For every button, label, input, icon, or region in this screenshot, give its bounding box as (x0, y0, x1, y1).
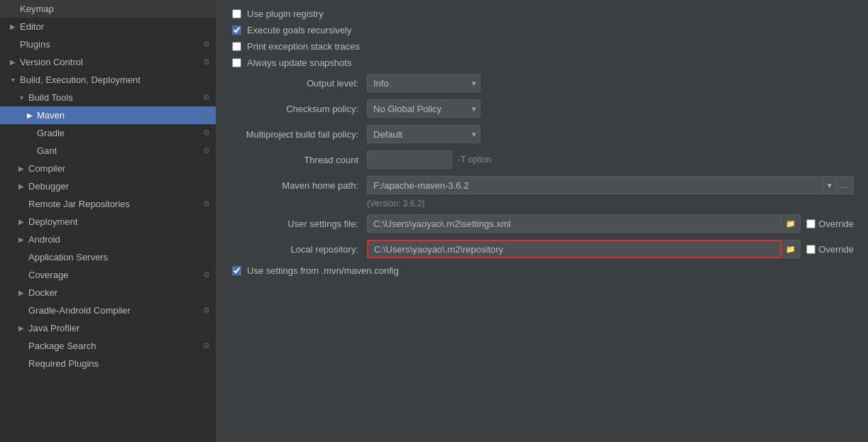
multiproject-policy-select[interactable]: DefaultFail FastFail At EndNever Fail (367, 125, 480, 143)
settings-icon: ⚙ (203, 199, 210, 209)
sidebar-item-deployment[interactable]: ▶Deployment (0, 213, 216, 231)
sidebar-item-label: Required Plugins (28, 358, 210, 369)
chevron-icon: ▶ (9, 23, 17, 31)
sidebar-item-docker[interactable]: ▶Docker (0, 284, 216, 302)
always-update-snapshots-label: Always update snapshots (247, 57, 351, 68)
sidebar-item-label: Docker (28, 287, 210, 298)
output-level-label: Output level: (231, 78, 358, 89)
sidebar-item-gant[interactable]: Gant⚙ (0, 142, 216, 160)
chevron-icon: ▶ (17, 324, 26, 332)
output-level-select[interactable]: InfoDebugWarningError (367, 74, 480, 92)
t-option-label: -T option (458, 155, 491, 165)
chevron-icon: ▶ (26, 111, 34, 119)
sidebar: Keymap▶EditorPlugins⚙▶Version Control⚙▾B… (0, 0, 216, 442)
maven-home-path-wrapper: ▾ … (367, 176, 854, 194)
thread-count-label: Thread count (231, 155, 358, 165)
execute-goals-recursively-checkbox[interactable] (232, 26, 241, 35)
use-settings-checkbox[interactable] (232, 266, 241, 275)
checksum-policy-label: Checksum policy: (231, 104, 358, 114)
maven-home-path-dropdown-btn[interactable]: ▾ (823, 176, 837, 194)
chevron-icon: ▶ (9, 58, 17, 66)
multiproject-policy-label: Multiproject build fail policy: (231, 129, 358, 140)
sidebar-item-java-profiler[interactable]: ▶Java Profiler (0, 319, 216, 337)
local-repository-input[interactable] (367, 240, 781, 258)
checkbox-row-execute-goals-recursively: Execute goals recursively (232, 25, 854, 35)
sidebar-item-label: Application Servers (28, 252, 210, 263)
chevron-icon: ▶ (17, 236, 26, 243)
sidebar-item-debugger[interactable]: ▶Debugger (0, 177, 216, 195)
local-repository-override-checkbox[interactable] (806, 245, 815, 254)
multiproject-policy-row: Multiproject build fail policy: DefaultF… (231, 125, 854, 143)
checksum-policy-row: Checksum policy: No Global PolicyStrictW… (231, 99, 854, 118)
sidebar-item-label: Version Control (20, 57, 200, 67)
sidebar-item-label: Build Tools (28, 92, 200, 103)
use-plugin-registry-checkbox[interactable] (232, 9, 241, 18)
settings-icon: ⚙ (203, 306, 210, 315)
output-level-select-wrapper: InfoDebugWarningError (367, 74, 480, 92)
print-exception-stack-traces-checkbox[interactable] (232, 42, 241, 51)
sidebar-item-compiler[interactable]: ▶Compiler (0, 160, 216, 177)
sidebar-item-build-tools[interactable]: ▾Build Tools⚙ (0, 89, 216, 106)
user-settings-file-label: User settings file: (231, 219, 358, 229)
sidebar-item-coverage[interactable]: Coverage⚙ (0, 266, 216, 284)
use-settings-row: Use settings from .mvn/maven.config (232, 265, 854, 276)
sidebar-item-plugins[interactable]: Plugins⚙ (0, 35, 216, 53)
sidebar-item-label: Package Search (28, 341, 200, 351)
main-content: Use plugin registryExecute goals recursi… (216, 0, 868, 442)
user-settings-override-checkbox[interactable] (806, 219, 815, 228)
user-settings-override-wrapper: Override (806, 219, 854, 229)
chevron-icon: ▶ (17, 165, 26, 172)
sidebar-item-android[interactable]: ▶Android (0, 231, 216, 248)
sidebar-item-label: Plugins (20, 39, 200, 50)
checkbox-row-always-update-snapshots: Always update snapshots (232, 57, 854, 68)
multiproject-policy-select-wrapper: DefaultFail FastFail At EndNever Fail (367, 125, 480, 143)
chevron-icon: ▶ (17, 289, 26, 297)
sidebar-item-label: Gant (37, 145, 200, 156)
sidebar-item-label: Remote Jar Repositories (28, 199, 200, 209)
sidebar-item-version-control[interactable]: ▶Version Control⚙ (0, 53, 216, 71)
local-repository-browse-btn[interactable]: 📁 (781, 240, 801, 258)
user-settings-file-input[interactable] (367, 214, 781, 233)
thread-count-row: Thread count -T option (231, 150, 854, 169)
sidebar-item-label: Keymap (20, 4, 210, 14)
settings-icon: ⚙ (203, 111, 210, 120)
sidebar-item-label: Compiler (28, 163, 210, 174)
user-settings-file-browse-btn[interactable]: 📁 (781, 214, 801, 233)
sidebar-item-required-plugins[interactable]: Required Plugins (0, 355, 216, 372)
sidebar-item-label: Maven (37, 110, 200, 121)
sidebar-item-label: Debugger (28, 181, 210, 192)
local-repository-label: Local repository: (231, 244, 358, 255)
maven-home-path-label: Maven home path: (231, 180, 358, 191)
checksum-policy-select[interactable]: No Global PolicyStrictWarnIgnore (367, 99, 480, 118)
sidebar-item-keymap[interactable]: Keymap (0, 0, 216, 18)
settings-icon: ⚙ (203, 146, 210, 155)
sidebar-item-label: Coverage (28, 270, 200, 280)
always-update-snapshots-checkbox[interactable] (232, 58, 241, 67)
local-repository-override-wrapper: Override (806, 244, 854, 255)
maven-home-path-browse-btn[interactable]: … (837, 176, 854, 194)
sidebar-item-gradle-android-compiler[interactable]: Gradle-Android Compiler⚙ (0, 302, 216, 319)
sidebar-item-label: Gradle (37, 128, 200, 138)
chevron-icon: ▾ (17, 94, 26, 101)
sidebar-item-label: Build, Execution, Deployment (20, 74, 210, 85)
sidebar-item-label: Editor (20, 21, 210, 32)
sidebar-item-package-search[interactable]: Package Search⚙ (0, 337, 216, 355)
settings-icon: ⚙ (203, 57, 210, 67)
sidebar-item-editor[interactable]: ▶Editor (0, 18, 216, 35)
local-repository-override-label: Override (818, 244, 854, 255)
sidebar-item-gradle[interactable]: Gradle⚙ (0, 124, 216, 142)
sidebar-item-maven[interactable]: ▶Maven⚙ (0, 106, 216, 124)
sidebar-item-application-servers[interactable]: Application Servers (0, 248, 216, 266)
sidebar-item-remote-jar-repositories[interactable]: Remote Jar Repositories⚙ (0, 195, 216, 213)
user-settings-file-row: User settings file: 📁 Override (231, 214, 854, 233)
settings-icon: ⚙ (203, 128, 210, 138)
checkbox-row-print-exception-stack-traces: Print exception stack traces (232, 41, 854, 52)
use-settings-label: Use settings from .mvn/maven.config (247, 265, 399, 276)
sidebar-item-label: Gradle-Android Compiler (28, 305, 200, 316)
maven-home-path-input[interactable] (367, 176, 823, 194)
settings-icon: ⚙ (203, 270, 210, 280)
user-settings-override-label: Override (818, 219, 854, 229)
sidebar-item-build-execution-deployment[interactable]: ▾Build, Execution, Deployment (0, 71, 216, 89)
chevron-icon: ▶ (17, 182, 26, 190)
thread-count-input[interactable] (367, 150, 452, 169)
